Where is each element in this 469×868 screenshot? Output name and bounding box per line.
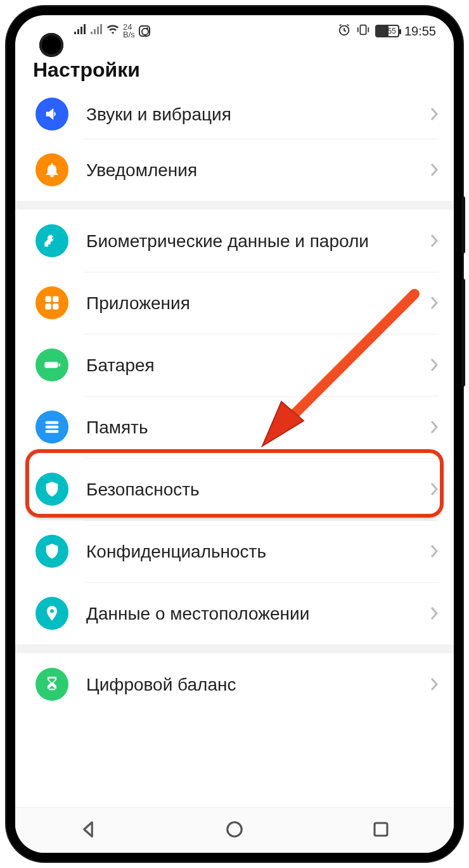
storage-icon	[35, 411, 68, 444]
page-title: Настройки	[33, 58, 436, 82]
item-label: Безопасность	[86, 478, 430, 501]
chevron-right-icon	[430, 233, 439, 248]
svg-rect-1	[360, 25, 366, 34]
settings-item-battery[interactable]: Батарея	[15, 334, 454, 396]
speaker-icon	[35, 98, 68, 131]
settings-list[interactable]: Звуки и вибрацияУведомленияБиометрически…	[15, 89, 454, 807]
nav-bar	[15, 807, 454, 853]
settings-item-shield[interactable]: Безопасность	[15, 458, 454, 520]
group-divider	[15, 644, 454, 653]
battery-indicator: 55	[375, 25, 399, 37]
phone-side-button	[461, 196, 465, 253]
clock: 19:55	[404, 24, 436, 39]
settings-item-bell[interactable]: Уведомления	[15, 139, 454, 201]
wifi-icon	[106, 24, 119, 39]
svg-rect-6	[44, 362, 58, 367]
signal-icon-2	[90, 24, 103, 39]
chevron-right-icon	[430, 606, 439, 621]
item-label: Уведомления	[86, 159, 430, 181]
svg-point-12	[47, 426, 48, 428]
privacy-icon	[35, 535, 68, 568]
signal-icon-1	[74, 24, 86, 39]
nav-home-button[interactable]	[225, 820, 244, 841]
speed-unit: B/s	[123, 31, 135, 39]
chevron-right-icon	[430, 162, 439, 177]
status-right: 55 19:55	[337, 23, 436, 40]
battery-fill	[376, 26, 389, 36]
shield-icon	[35, 473, 68, 506]
settings-item-location[interactable]: Данные о местоположении	[15, 582, 454, 644]
vibrate-icon	[356, 23, 370, 40]
battery-icon: 55	[375, 25, 399, 37]
location-icon	[35, 597, 68, 630]
battery-percent: 55	[388, 27, 396, 35]
settings-item-apps[interactable]: Приложения	[15, 272, 454, 334]
item-label: Конфиденциальность	[86, 540, 430, 563]
nav-recents-button[interactable]	[371, 820, 390, 841]
screen: 24 B/s 55 19:55	[15, 15, 454, 853]
svg-point-13	[47, 431, 48, 432]
key-icon	[35, 224, 68, 257]
settings-item-speaker[interactable]: Звуки и вибрация	[15, 89, 454, 139]
settings-item-hourglass[interactable]: Цифровой баланс	[15, 653, 454, 715]
svg-rect-16	[375, 823, 387, 836]
item-label: Звуки и вибрация	[86, 103, 430, 125]
nav-back-button[interactable]	[79, 820, 98, 841]
item-label: Батарея	[86, 354, 430, 376]
front-camera	[39, 33, 63, 57]
settings-item-key[interactable]: Биометрические данные и пароли	[15, 210, 454, 272]
battery-icon	[35, 348, 68, 381]
svg-rect-5	[53, 303, 58, 309]
svg-rect-7	[59, 364, 60, 367]
network-speed: 24 B/s	[123, 23, 135, 38]
chevron-right-icon	[430, 357, 439, 373]
chevron-right-icon	[430, 677, 439, 692]
instagram-icon	[139, 25, 150, 37]
chevron-right-icon	[430, 482, 439, 497]
item-label: Приложения	[86, 292, 430, 314]
svg-point-11	[47, 422, 48, 423]
phone-frame: 24 B/s 55 19:55	[6, 6, 463, 862]
svg-rect-2	[46, 297, 51, 302]
svg-rect-4	[46, 303, 51, 309]
item-label: Цифровой баланс	[86, 673, 430, 696]
svg-point-15	[228, 822, 242, 836]
bell-icon	[35, 153, 68, 186]
apps-icon	[35, 286, 68, 319]
group-divider	[15, 201, 454, 210]
item-label: Данные о местоположении	[86, 603, 430, 625]
hourglass-icon	[35, 668, 68, 701]
settings-item-storage[interactable]: Память	[15, 396, 454, 458]
chevron-right-icon	[430, 106, 439, 122]
page-header: Настройки	[15, 47, 454, 89]
svg-rect-3	[53, 297, 58, 302]
chevron-right-icon	[430, 295, 439, 310]
chevron-right-icon	[430, 544, 439, 559]
item-label: Биометрические данные и пароли	[86, 230, 430, 252]
phone-volume-button	[461, 279, 465, 386]
settings-item-privacy[interactable]: Конфиденциальность	[15, 520, 454, 582]
chevron-right-icon	[430, 419, 439, 435]
item-label: Память	[86, 416, 430, 438]
status-bar: 24 B/s 55 19:55	[15, 15, 454, 47]
alarm-icon	[337, 23, 351, 40]
status-left: 24 B/s	[74, 23, 150, 38]
